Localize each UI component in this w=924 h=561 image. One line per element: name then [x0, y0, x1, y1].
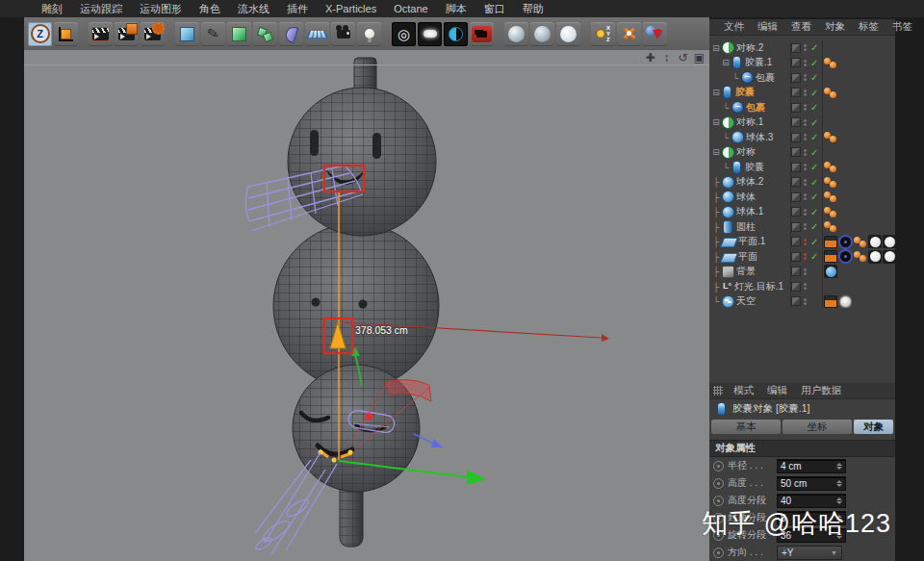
menu-item-3[interactable]: 角色: [191, 2, 229, 16]
tree-item-平面.1[interactable]: ├平面.1✓: [709, 235, 895, 250]
phong-tag-icon[interactable]: [824, 131, 837, 143]
menu-item-5[interactable]: 插件: [278, 2, 317, 16]
tree-glyph[interactable]: ⊟: [721, 58, 731, 67]
tree-glyph[interactable]: ⊟: [711, 117, 721, 127]
render-view-icon[interactable]: ◎: [392, 22, 416, 46]
tree-item-球体.1[interactable]: ├球体.1✓: [709, 205, 895, 220]
coordinates-xyz-icon[interactable]: X Y Z: [591, 22, 615, 46]
mat-white-tag-icon[interactable]: [868, 235, 882, 248]
enabled-check[interactable]: ✓: [810, 221, 822, 232]
mat-cloud-tag-icon[interactable]: [838, 294, 852, 308]
phong-tag-icon[interactable]: [824, 191, 837, 203]
mat-white-tag-icon[interactable]: [883, 235, 895, 248]
tree-item-包裹[interactable]: └包裹✓: [709, 70, 895, 86]
menu-item-9[interactable]: 窗口: [475, 2, 514, 16]
menu-item-4[interactable]: 流水线: [229, 2, 278, 16]
visibility-dots[interactable]: [804, 119, 807, 126]
enabled-check[interactable]: ✓: [810, 237, 822, 247]
menu-item-2[interactable]: 运动图形: [131, 2, 191, 16]
phong-tag-icon[interactable]: [824, 161, 837, 173]
layer-toggle[interactable]: [791, 237, 801, 246]
sphere-middle[interactable]: [273, 223, 439, 389]
layer-toggle[interactable]: [791, 43, 801, 53]
tree-item-对称.2[interactable]: ⊟对称.2✓: [709, 40, 895, 56]
tree-glyph[interactable]: ├: [711, 207, 721, 217]
phong-tag-icon[interactable]: [824, 57, 837, 69]
menu-item-8[interactable]: 脚本: [437, 2, 475, 16]
tab-坐标[interactable]: 坐标: [783, 420, 852, 434]
rotate-icon[interactable]: ↺: [677, 52, 689, 64]
stepper-icon[interactable]: [836, 463, 842, 470]
param-input[interactable]: 4 cm: [777, 459, 846, 473]
fields-icon[interactable]: [279, 22, 303, 46]
menu-item-10[interactable]: 帮助: [514, 2, 552, 16]
tab-对象[interactable]: 对象: [854, 420, 893, 434]
tree-glyph[interactable]: ├: [711, 252, 721, 262]
render-settings-icon[interactable]: [444, 22, 468, 46]
tree-glyph[interactable]: └: [711, 296, 721, 306]
tree-item-天空[interactable]: └天空: [709, 294, 895, 310]
menu-item-0[interactable]: 雕刻: [33, 2, 71, 16]
tree-glyph[interactable]: └: [721, 103, 731, 113]
am-menu-item-0[interactable]: 模式: [727, 384, 760, 397]
add-primitive-cube-icon[interactable]: [175, 22, 199, 46]
tab-基本[interactable]: 基本: [711, 420, 781, 434]
visibility-dots[interactable]: [804, 193, 807, 200]
param-circle-icon[interactable]: [713, 496, 724, 506]
visibility-dots[interactable]: [804, 89, 807, 96]
mat-white-tag-icon[interactable]: [868, 250, 882, 264]
visibility-dots[interactable]: [804, 164, 807, 170]
enabled-check[interactable]: ✓: [810, 72, 822, 83]
zoom-icon[interactable]: ↕: [660, 52, 673, 64]
material-light-icon[interactable]: [556, 22, 580, 46]
tree-item-灯光.目标.1[interactable]: ├L°灯光.目标.1: [709, 279, 895, 294]
layer-toggle[interactable]: [791, 88, 801, 97]
layer-toggle[interactable]: [791, 267, 801, 276]
visibility-dots[interactable]: [804, 283, 807, 290]
layer-toggle[interactable]: [791, 133, 801, 142]
layer-toggle[interactable]: [791, 282, 801, 292]
param-circle-icon[interactable]: [713, 461, 724, 472]
am-menu-item-2[interactable]: 用户数据: [794, 384, 848, 397]
render-camera-icon[interactable]: [470, 22, 494, 46]
spline-pen-icon[interactable]: ✎: [201, 22, 225, 46]
target-tag-icon[interactable]: [838, 235, 853, 249]
om-menu-item-0[interactable]: 文件: [717, 20, 751, 34]
visibility-dots[interactable]: [804, 149, 807, 156]
phong-tag-icon[interactable]: [824, 87, 837, 99]
tree-glyph[interactable]: ├: [711, 222, 721, 232]
param-circle-icon[interactable]: [713, 548, 724, 558]
record-clapper-icon[interactable]: [89, 22, 113, 46]
compositing-tag-icon[interactable]: [824, 250, 837, 263]
om-menu-item-1[interactable]: 编辑: [751, 20, 784, 34]
compositing-tag-icon[interactable]: [824, 236, 837, 248]
layer-toggle[interactable]: [791, 73, 801, 83]
layer-toggle[interactable]: [791, 163, 801, 172]
tree-glyph[interactable]: └: [731, 73, 740, 83]
generators-icon[interactable]: [227, 22, 251, 46]
om-menu-item-3[interactable]: 对象: [818, 20, 852, 34]
snap-cross-icon[interactable]: [617, 22, 641, 46]
phong-tag-icon[interactable]: [824, 220, 837, 233]
enabled-check[interactable]: ✓: [810, 102, 822, 113]
layer-toggle[interactable]: [791, 192, 801, 202]
layer-toggle[interactable]: [791, 222, 801, 232]
om-menu-item-4[interactable]: 标签: [852, 20, 886, 34]
visibility-dots[interactable]: [804, 179, 807, 186]
visibility-dots[interactable]: [804, 239, 807, 245]
enabled-check[interactable]: ✓: [810, 162, 822, 172]
camera-icon[interactable]: [331, 22, 355, 46]
layer-toggle[interactable]: [791, 147, 801, 157]
tree-item-背景[interactable]: ├背景: [709, 265, 895, 280]
mat-white-tag-icon[interactable]: [883, 250, 895, 264]
plugin-spheres-icon[interactable]: [643, 22, 667, 46]
render-region-icon[interactable]: [418, 22, 442, 46]
enabled-check[interactable]: ✓: [810, 58, 822, 68]
layer-toggle[interactable]: [791, 117, 801, 127]
phong-tag-icon[interactable]: [854, 250, 867, 263]
tree-item-球体.2[interactable]: ├球体.2✓: [709, 175, 895, 191]
menu-item-7[interactable]: Octane: [385, 3, 436, 14]
light-icon[interactable]: [357, 22, 381, 46]
visibility-dots[interactable]: [804, 104, 807, 111]
axis-mode-icon[interactable]: [54, 22, 78, 46]
